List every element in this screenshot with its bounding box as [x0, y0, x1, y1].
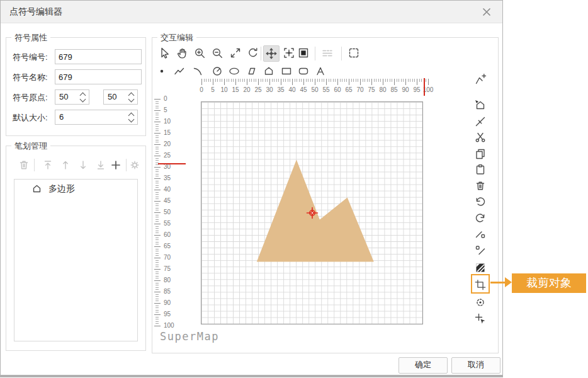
symbol-origin-row: 符号原点: 50 50 [6, 89, 145, 105]
ruler-label: 65 [343, 86, 354, 93]
ruler-label: 20 [164, 140, 175, 148]
ruler-label: 25 [164, 152, 175, 159]
line-style-icon[interactable] [320, 45, 335, 60]
paste-icon[interactable] [473, 162, 488, 177]
move-to-top-icon[interactable] [40, 158, 55, 173]
default-size-spinner[interactable]: 6 [55, 110, 138, 125]
ruler-label: 60 [164, 231, 175, 239]
cancel-button[interactable]: 取消 [451, 357, 500, 374]
draw-text-icon[interactable] [313, 64, 328, 79]
ruler-label: 90 [164, 299, 175, 307]
interactive-edit-group: 交互编辑 [152, 37, 499, 353]
ruler-label: 75 [164, 265, 175, 273]
close-icon[interactable] [481, 6, 492, 18]
ok-button[interactable]: 确定 [399, 357, 448, 374]
ruler-label: 5 [164, 106, 175, 114]
draw-point-icon[interactable] [154, 64, 169, 79]
group-legend: 符号属性 [11, 32, 50, 43]
list-item-polygon[interactable]: 多边形 [14, 180, 137, 197]
ruler-label: 35 [275, 86, 286, 93]
polygon-icon [32, 184, 42, 193]
split-line-icon[interactable] [473, 114, 488, 129]
zoom-free-icon[interactable] [228, 45, 243, 60]
refresh-icon[interactable] [246, 45, 261, 60]
stroke-list[interactable]: 多边形 [14, 179, 138, 341]
ruler-label: 85 [164, 288, 175, 295]
draw-polyline-icon[interactable] [172, 64, 187, 79]
origin-x-spinner[interactable]: 50 [55, 89, 89, 105]
origin-y-spinner[interactable]: 50 [103, 89, 138, 105]
origin-y-value: 50 [108, 92, 116, 101]
draw-polygon-icon[interactable] [261, 64, 276, 79]
ruler-label: 40 [164, 186, 175, 193]
ruler-label: 20 [241, 86, 252, 93]
stroke-item-label: 多边形 [48, 180, 75, 197]
ruler-label: 95 [411, 86, 422, 93]
edit-fill-icon[interactable] [473, 243, 488, 258]
default-size-value: 6 [59, 112, 64, 122]
ruler-label: 10 [164, 118, 175, 125]
draw-arc-icon[interactable] [191, 64, 206, 79]
ruler-label: 15 [230, 86, 241, 93]
reshape-polygon-icon[interactable] [473, 98, 488, 113]
hatch-fill-icon[interactable] [473, 260, 488, 275]
ruler-label: 95 [164, 311, 175, 318]
zoom-out-icon[interactable] [210, 45, 225, 60]
crop-tool-highlight [471, 274, 490, 294]
undo-icon[interactable] [473, 194, 488, 209]
pick-point-icon[interactable] [473, 311, 488, 326]
pan-tool-icon[interactable] [174, 45, 189, 60]
origin-x-value: 50 [59, 92, 68, 101]
symbol-canvas[interactable] [201, 101, 423, 324]
ruler-label: 65 [164, 243, 175, 250]
spinner-chevrons-icon[interactable] [128, 92, 134, 102]
stroke-settings-icon[interactable] [127, 158, 142, 173]
stroke-management-group: 笔划管理 [6, 146, 146, 351]
select-tool-icon[interactable] [156, 45, 171, 60]
move-up-icon[interactable] [58, 158, 73, 173]
symbol-code-input[interactable] [55, 49, 142, 64]
show-bounds-icon[interactable] [346, 45, 361, 60]
ruler-label: 5 [207, 86, 218, 93]
show-origin-icon[interactable] [263, 45, 280, 62]
draw-ellipse-icon[interactable] [227, 64, 242, 79]
group-legend: 交互编辑 [157, 32, 196, 43]
zoom-in-icon[interactable] [192, 45, 207, 60]
v-ruler-ticks-major [154, 99, 161, 326]
draw-rounded-rectangle-icon[interactable] [296, 64, 311, 79]
symbol-properties-group: 符号属性 符号编号: 符号名称: 符号原点: 50 50 [6, 37, 146, 136]
ruler-label: 50 [164, 209, 175, 216]
add-node-icon[interactable] [473, 72, 488, 87]
ruler-label: 60 [332, 86, 343, 93]
ruler-label: 80 [164, 277, 175, 284]
edit-stroke-icon[interactable] [473, 226, 488, 241]
delete-object-icon[interactable] [473, 178, 488, 193]
v-ruler-labels: 0510152025303540455055606570758085909510… [164, 95, 175, 329]
add-stroke-icon[interactable] [108, 158, 123, 173]
symbol-name-label: 符号名称: [13, 72, 48, 83]
locate-origin-icon[interactable] [281, 45, 297, 60]
redo-icon[interactable] [473, 210, 488, 226]
draw-rectangle-icon[interactable] [279, 64, 294, 79]
symbol-code-label: 符号编号: [13, 52, 48, 63]
symbol-name-row: 符号名称: [6, 69, 145, 84]
ruler-label: 55 [320, 86, 332, 93]
draw-parallelogram-icon[interactable] [244, 64, 259, 79]
background-color-icon[interactable] [296, 45, 311, 60]
delete-stroke-icon[interactable] [16, 158, 31, 173]
set-origin-icon[interactable] [473, 295, 488, 310]
move-to-bottom-icon[interactable] [93, 158, 108, 173]
v-ruler-red-marker [158, 163, 186, 164]
copy-icon[interactable] [473, 146, 488, 161]
default-size-label: 默认大小: [13, 112, 48, 123]
symbol-name-input[interactable] [55, 69, 142, 84]
callout-label: 裁剪对象 [512, 273, 586, 293]
ruler-label: 75 [366, 86, 377, 93]
cut-icon[interactable] [473, 130, 488, 145]
draw-pie-icon[interactable] [210, 64, 225, 79]
move-down-icon[interactable] [76, 158, 91, 173]
supermap-watermark: SuperMap [160, 330, 219, 343]
spinner-chevrons-icon[interactable] [80, 92, 86, 102]
spinner-chevrons-icon[interactable] [128, 112, 134, 122]
ruler-label: 50 [309, 86, 320, 93]
